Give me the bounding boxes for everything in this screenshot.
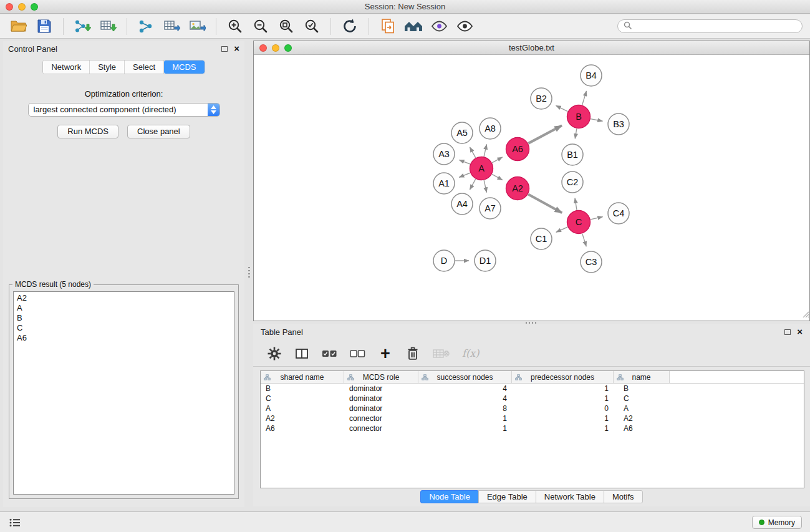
tab-mcds[interactable]: MCDS (164, 60, 204, 74)
network-maximize-icon[interactable] (284, 44, 292, 52)
network-edge[interactable] (484, 180, 486, 193)
network-edge[interactable] (492, 157, 503, 163)
result-item[interactable]: C (14, 323, 234, 333)
search-input[interactable] (635, 22, 796, 31)
network-node[interactable]: C1 (531, 228, 552, 249)
network-node[interactable]: A6 (506, 138, 529, 161)
save-session-icon[interactable] (33, 16, 55, 36)
result-item[interactable]: A2 (14, 293, 234, 303)
run-mcds-button[interactable]: Run MCDS (57, 125, 118, 138)
float-table-panel-icon[interactable] (784, 329, 791, 335)
tab-edge-table[interactable]: Edge Table (478, 490, 536, 503)
network-node[interactable]: C2 (562, 172, 583, 193)
eye-icon[interactable] (453, 16, 476, 36)
network-edge[interactable] (528, 125, 562, 143)
tab-select[interactable]: Select (125, 60, 164, 74)
network-node[interactable]: B (567, 105, 591, 128)
network-edge[interactable] (470, 147, 475, 158)
import-network-icon[interactable] (71, 16, 94, 36)
maximize-window-icon[interactable] (31, 3, 38, 11)
close-panel-icon[interactable]: × (234, 45, 239, 52)
network-edge[interactable] (582, 234, 586, 247)
network-minimize-icon[interactable] (272, 44, 279, 52)
minimize-window-icon[interactable] (18, 3, 26, 11)
network-edge[interactable] (459, 160, 470, 164)
network-edge[interactable] (582, 91, 587, 105)
export-network-icon[interactable] (135, 16, 157, 36)
style-eye-icon[interactable] (428, 16, 450, 36)
network-edge[interactable] (575, 198, 577, 210)
gear-icon[interactable] (267, 344, 282, 363)
network-node[interactable]: A (470, 157, 493, 180)
network-node[interactable]: D1 (475, 250, 496, 271)
table-row[interactable]: A6connector11A6 (261, 423, 804, 433)
apply-layout-icon[interactable] (339, 16, 361, 36)
network-node[interactable]: C4 (608, 203, 629, 224)
zoom-fit-icon[interactable] (275, 16, 297, 36)
export-table-icon[interactable] (160, 16, 183, 36)
tab-network-table[interactable]: Network Table (536, 490, 604, 503)
network-close-icon[interactable] (259, 44, 267, 52)
network-node[interactable]: A3 (433, 143, 455, 165)
network-edge[interactable] (591, 119, 602, 122)
memory-button[interactable]: Memory (752, 516, 802, 529)
network-node[interactable]: C3 (581, 251, 602, 273)
table-row[interactable]: Adominator80A (261, 404, 804, 414)
trash-icon[interactable] (405, 344, 420, 363)
network-node[interactable]: B2 (531, 88, 552, 109)
float-panel-icon[interactable] (221, 46, 228, 52)
task-history-icon[interactable] (8, 517, 22, 528)
table-row[interactable]: Cdominator41C (261, 394, 804, 404)
resize-grip-icon[interactable] (801, 309, 809, 320)
documents-icon[interactable] (377, 16, 399, 36)
network-node[interactable]: C (567, 211, 591, 234)
add-icon[interactable]: + (378, 344, 393, 363)
network-edge[interactable] (528, 194, 562, 213)
network-overview-icon[interactable] (402, 16, 425, 36)
column-header[interactable]: successor nodes (418, 371, 512, 383)
column-header[interactable]: name (614, 371, 670, 383)
open-session-icon[interactable] (7, 16, 30, 36)
network-edge[interactable] (556, 227, 568, 232)
column-header[interactable]: shared name (261, 371, 344, 383)
close-table-panel-icon[interactable]: × (797, 328, 803, 336)
result-item[interactable]: A (14, 303, 234, 313)
network-edge[interactable] (575, 128, 577, 138)
tab-motifs[interactable]: Motifs (604, 490, 643, 503)
zoom-selected-icon[interactable] (301, 16, 323, 36)
network-edge[interactable] (484, 144, 486, 157)
select-all-icon[interactable] (322, 344, 337, 363)
column-header[interactable]: MCDS role (344, 371, 418, 383)
unselect-all-icon[interactable] (350, 344, 365, 363)
horizontal-splitter-handle[interactable] (526, 322, 537, 324)
result-item[interactable]: A6 (14, 333, 234, 343)
network-edge[interactable] (492, 174, 503, 180)
mcds-result-list[interactable]: A2ABCA6 (13, 291, 234, 495)
import-table-icon[interactable] (97, 16, 119, 36)
close-panel-button[interactable]: Close panel (127, 125, 190, 138)
export-image-icon[interactable] (186, 16, 208, 36)
search-field[interactable] (617, 19, 803, 33)
network-edge[interactable] (556, 105, 567, 111)
network-node[interactable]: D (433, 250, 455, 271)
network-node[interactable]: B1 (562, 144, 583, 165)
network-edge[interactable] (459, 173, 470, 177)
tab-node-table[interactable]: Node Table (420, 490, 479, 503)
network-node[interactable]: A8 (480, 118, 501, 139)
function-icon[interactable]: f(x) (462, 344, 479, 363)
result-item[interactable]: B (14, 313, 234, 323)
close-window-icon[interactable] (6, 3, 13, 11)
network-node[interactable]: A2 (506, 177, 529, 200)
network-node[interactable]: B3 (608, 114, 629, 135)
vertical-splitter-handle[interactable] (248, 267, 250, 278)
network-node[interactable]: A7 (480, 198, 501, 219)
delete-columns-icon[interactable] (433, 344, 450, 363)
network-node[interactable]: A1 (433, 173, 455, 194)
table-row[interactable]: A2connector11A2 (261, 414, 804, 423)
network-edge[interactable] (470, 179, 475, 190)
column-header[interactable]: predecessor nodes (512, 371, 614, 383)
zoom-out-icon[interactable] (249, 16, 272, 36)
columns-icon[interactable] (294, 344, 309, 363)
table-row[interactable]: Bdominator41B (261, 384, 804, 394)
network-node[interactable]: B4 (581, 65, 602, 86)
